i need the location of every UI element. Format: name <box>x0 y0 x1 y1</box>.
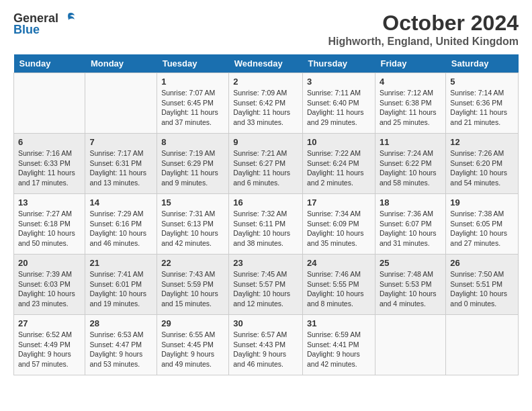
calendar-cell: 5Sunrise: 7:14 AM Sunset: 6:36 PM Daylig… <box>446 73 519 134</box>
day-info: Sunrise: 7:48 AM Sunset: 5:53 PM Dayligh… <box>380 269 441 309</box>
day-info: Sunrise: 7:32 AM Sunset: 6:11 PM Dayligh… <box>233 209 298 248</box>
day-info: Sunrise: 7:39 AM Sunset: 6:03 PM Dayligh… <box>18 269 81 309</box>
day-number: 7 <box>89 137 152 147</box>
day-info: Sunrise: 7:14 AM Sunset: 6:36 PM Dayligh… <box>450 88 514 128</box>
calendar-cell: 16Sunrise: 7:32 AM Sunset: 6:11 PM Dayli… <box>229 194 303 255</box>
calendar-cell: 27Sunrise: 6:52 AM Sunset: 4:49 PM Dayli… <box>14 315 85 375</box>
day-number: 28 <box>89 318 152 328</box>
calendar-cell: 8Sunrise: 7:19 AM Sunset: 6:29 PM Daylig… <box>157 134 229 194</box>
day-info: Sunrise: 7:07 AM Sunset: 6:45 PM Dayligh… <box>161 88 224 128</box>
weekday-header-sunday: Sunday <box>14 54 85 73</box>
day-info: Sunrise: 7:45 AM Sunset: 5:57 PM Dayligh… <box>233 269 298 309</box>
day-number: 22 <box>161 258 224 268</box>
calendar-cell: 14Sunrise: 7:29 AM Sunset: 6:16 PM Dayli… <box>85 194 157 255</box>
day-number: 29 <box>161 318 224 328</box>
day-number: 5 <box>450 77 514 87</box>
day-number: 10 <box>307 137 371 147</box>
calendar-cell <box>375 315 445 375</box>
calendar-cell: 31Sunrise: 6:59 AM Sunset: 4:41 PM Dayli… <box>302 315 375 375</box>
day-number: 26 <box>450 258 514 268</box>
day-info: Sunrise: 6:53 AM Sunset: 4:47 PM Dayligh… <box>89 330 152 369</box>
weekday-header-row: SundayMondayTuesdayWednesdayThursdayFrid… <box>14 54 519 73</box>
day-number: 1 <box>161 77 224 87</box>
day-info: Sunrise: 7:16 AM Sunset: 6:33 PM Dayligh… <box>18 148 81 188</box>
calendar-cell: 4Sunrise: 7:12 AM Sunset: 6:38 PM Daylig… <box>375 73 445 134</box>
calendar-cell: 2Sunrise: 7:09 AM Sunset: 6:42 PM Daylig… <box>229 73 303 134</box>
weekday-header-thursday: Thursday <box>302 54 375 73</box>
day-number: 19 <box>450 197 514 208</box>
calendar-cell: 11Sunrise: 7:24 AM Sunset: 6:22 PM Dayli… <box>375 134 445 194</box>
logo: General Blue <box>13 11 76 37</box>
day-info: Sunrise: 7:50 AM Sunset: 5:51 PM Dayligh… <box>450 269 514 309</box>
day-info: Sunrise: 7:43 AM Sunset: 5:59 PM Dayligh… <box>161 269 224 309</box>
day-info: Sunrise: 7:26 AM Sunset: 6:20 PM Dayligh… <box>450 148 514 188</box>
day-info: Sunrise: 7:31 AM Sunset: 6:13 PM Dayligh… <box>161 209 224 248</box>
day-info: Sunrise: 7:29 AM Sunset: 6:16 PM Dayligh… <box>89 209 152 248</box>
calendar-cell: 25Sunrise: 7:48 AM Sunset: 5:53 PM Dayli… <box>375 255 445 315</box>
logo-blue-text: Blue <box>13 23 40 37</box>
day-number: 27 <box>18 318 81 328</box>
calendar-cell: 15Sunrise: 7:31 AM Sunset: 6:13 PM Dayli… <box>157 194 229 255</box>
location-title: Highworth, England, United Kingdom <box>328 36 519 48</box>
calendar-cell: 23Sunrise: 7:45 AM Sunset: 5:57 PM Dayli… <box>229 255 303 315</box>
day-number: 15 <box>161 197 224 208</box>
week-row-4: 20Sunrise: 7:39 AM Sunset: 6:03 PM Dayli… <box>14 255 519 315</box>
day-info: Sunrise: 7:41 AM Sunset: 6:01 PM Dayligh… <box>89 269 152 309</box>
weekday-header-saturday: Saturday <box>446 54 519 73</box>
day-number: 12 <box>450 137 514 147</box>
day-info: Sunrise: 7:38 AM Sunset: 6:05 PM Dayligh… <box>450 209 514 248</box>
calendar-table: SundayMondayTuesdayWednesdayThursdayFrid… <box>13 54 519 375</box>
calendar-cell: 7Sunrise: 7:17 AM Sunset: 6:31 PM Daylig… <box>85 134 157 194</box>
day-number: 16 <box>233 197 298 208</box>
day-info: Sunrise: 7:27 AM Sunset: 6:18 PM Dayligh… <box>18 209 81 248</box>
title-area: October 2024 Highworth, England, United … <box>328 11 519 48</box>
calendar-cell: 22Sunrise: 7:43 AM Sunset: 5:59 PM Dayli… <box>157 255 229 315</box>
calendar-cell: 12Sunrise: 7:26 AM Sunset: 6:20 PM Dayli… <box>446 134 519 194</box>
weekday-header-wednesday: Wednesday <box>229 54 303 73</box>
day-number: 14 <box>89 197 152 208</box>
weekday-header-friday: Friday <box>375 54 445 73</box>
calendar-cell: 6Sunrise: 7:16 AM Sunset: 6:33 PM Daylig… <box>14 134 85 194</box>
day-number: 2 <box>233 77 298 87</box>
calendar-cell: 28Sunrise: 6:53 AM Sunset: 4:47 PM Dayli… <box>85 315 157 375</box>
week-row-3: 13Sunrise: 7:27 AM Sunset: 6:18 PM Dayli… <box>14 194 519 255</box>
day-number: 24 <box>307 258 371 268</box>
calendar-cell: 21Sunrise: 7:41 AM Sunset: 6:01 PM Dayli… <box>85 255 157 315</box>
day-info: Sunrise: 6:59 AM Sunset: 4:41 PM Dayligh… <box>307 330 371 369</box>
day-number: 20 <box>18 258 81 268</box>
day-info: Sunrise: 7:17 AM Sunset: 6:31 PM Dayligh… <box>89 148 152 188</box>
calendar-cell: 20Sunrise: 7:39 AM Sunset: 6:03 PM Dayli… <box>14 255 85 315</box>
logo-bird-icon <box>61 11 76 26</box>
calendar-cell: 3Sunrise: 7:11 AM Sunset: 6:40 PM Daylig… <box>302 73 375 134</box>
day-number: 25 <box>380 258 441 268</box>
calendar-cell: 30Sunrise: 6:57 AM Sunset: 4:43 PM Dayli… <box>229 315 303 375</box>
calendar-cell: 19Sunrise: 7:38 AM Sunset: 6:05 PM Dayli… <box>446 194 519 255</box>
calendar-cell <box>446 315 519 375</box>
month-title: October 2024 <box>328 11 519 36</box>
calendar-cell: 29Sunrise: 6:55 AM Sunset: 4:45 PM Dayli… <box>157 315 229 375</box>
calendar-cell: 9Sunrise: 7:21 AM Sunset: 6:27 PM Daylig… <box>229 134 303 194</box>
day-info: Sunrise: 7:46 AM Sunset: 5:55 PM Dayligh… <box>307 269 371 309</box>
calendar-cell: 17Sunrise: 7:34 AM Sunset: 6:09 PM Dayli… <box>302 194 375 255</box>
day-number: 21 <box>89 258 152 268</box>
day-info: Sunrise: 7:12 AM Sunset: 6:38 PM Dayligh… <box>380 88 441 128</box>
day-number: 8 <box>161 137 224 147</box>
day-number: 9 <box>233 137 298 147</box>
calendar-cell: 10Sunrise: 7:22 AM Sunset: 6:24 PM Dayli… <box>302 134 375 194</box>
day-info: Sunrise: 6:55 AM Sunset: 4:45 PM Dayligh… <box>161 330 224 369</box>
day-number: 4 <box>380 77 441 87</box>
day-info: Sunrise: 7:36 AM Sunset: 6:07 PM Dayligh… <box>380 209 441 248</box>
day-info: Sunrise: 7:09 AM Sunset: 6:42 PM Dayligh… <box>233 88 298 128</box>
day-number: 13 <box>18 197 81 208</box>
day-number: 11 <box>380 137 441 147</box>
day-info: Sunrise: 7:24 AM Sunset: 6:22 PM Dayligh… <box>380 148 441 188</box>
week-row-1: 1Sunrise: 7:07 AM Sunset: 6:45 PM Daylig… <box>14 73 519 134</box>
day-info: Sunrise: 7:34 AM Sunset: 6:09 PM Dayligh… <box>307 209 371 248</box>
day-info: Sunrise: 6:52 AM Sunset: 4:49 PM Dayligh… <box>18 330 81 369</box>
calendar-cell: 18Sunrise: 7:36 AM Sunset: 6:07 PM Dayli… <box>375 194 445 255</box>
calendar-cell: 13Sunrise: 7:27 AM Sunset: 6:18 PM Dayli… <box>14 194 85 255</box>
calendar-cell <box>85 73 157 134</box>
weekday-header-monday: Monday <box>85 54 157 73</box>
calendar-cell: 24Sunrise: 7:46 AM Sunset: 5:55 PM Dayli… <box>302 255 375 315</box>
day-number: 31 <box>307 318 371 328</box>
